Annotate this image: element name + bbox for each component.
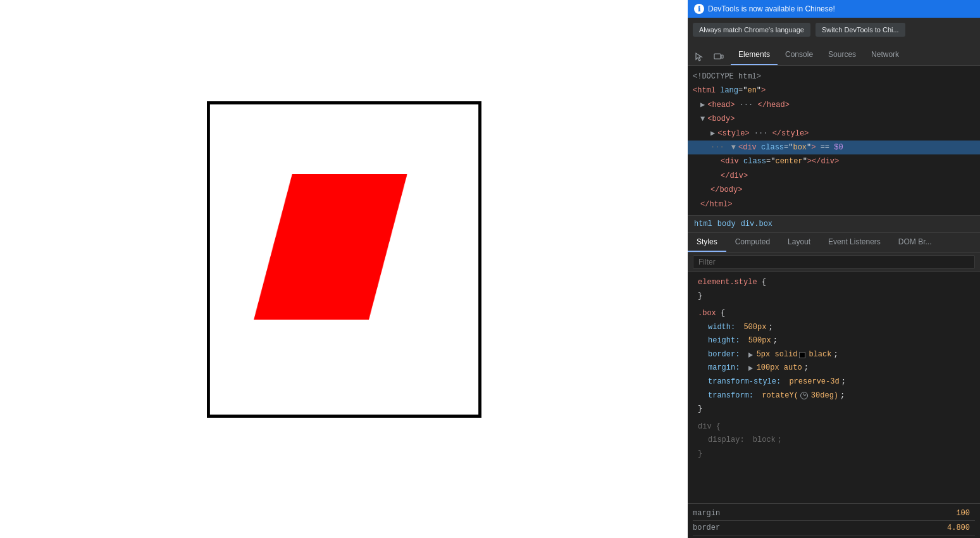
- dom-tree: <!DOCTYPE html> <html lang="en"> ▶<head>…: [688, 66, 980, 215]
- box-model-border-row: border 4.800: [693, 521, 975, 535]
- tab-sources[interactable]: Sources: [821, 45, 864, 65]
- tab-event-listeners[interactable]: Event Listeners: [819, 233, 890, 252]
- tab-network[interactable]: Network: [864, 45, 907, 65]
- box-model-section: margin 100 border 4.800: [688, 503, 980, 538]
- css-selector-box[interactable]: .box {: [693, 307, 975, 321]
- border-color-swatch[interactable]: [799, 352, 805, 358]
- main-page: [0, 0, 688, 538]
- tab-console[interactable]: Console: [778, 45, 821, 65]
- breadcrumb-html[interactable]: html: [694, 220, 712, 228]
- css-prop-width[interactable]: width: 500px;: [693, 321, 975, 335]
- css-prop-transform[interactable]: transform: rotateY( 30deg);: [693, 389, 975, 403]
- box-model-margin-row: margin 100: [693, 506, 975, 521]
- css-selector-element-style[interactable]: element.style {: [693, 276, 975, 290]
- css-close-box: }: [693, 403, 975, 416]
- dom-breadcrumb: html body div.box: [688, 215, 980, 233]
- svg-rect-1: [714, 54, 721, 59]
- css-rule-box: .box { width: 500px; height: 500px; bord…: [693, 307, 975, 416]
- css-close-element-style: }: [693, 290, 975, 304]
- tab-elements[interactable]: Elements: [731, 45, 778, 65]
- css-prop-transform-style[interactable]: transform-style: preserve-3d;: [693, 375, 975, 389]
- filter-input[interactable]: [693, 255, 975, 269]
- dom-div-center[interactable]: <div class="center"></div>: [688, 154, 980, 168]
- css-prop-margin[interactable]: margin: 100px auto;: [693, 361, 975, 375]
- dom-body[interactable]: ▼<body>: [688, 112, 980, 126]
- device-toolbar-icon[interactable]: [710, 49, 727, 65]
- css-rule-div: div { display: block; }: [693, 420, 975, 461]
- info-icon: ℹ: [694, 4, 704, 14]
- inspect-element-icon[interactable]: [692, 49, 708, 65]
- css-prop-border[interactable]: border: 5px solid black;: [693, 348, 975, 362]
- css-rules: element.style { } .box { width: 500px; h…: [688, 272, 980, 503]
- expand-margin-icon[interactable]: [748, 366, 753, 371]
- expand-border-icon[interactable]: [748, 353, 753, 358]
- tab-layout[interactable]: Layout: [779, 233, 819, 252]
- red-shape: [254, 174, 407, 320]
- devtools-main-tabs: Elements Console Sources Network: [688, 42, 980, 66]
- tab-computed[interactable]: Computed: [726, 233, 779, 252]
- devtools-tab-icons: [688, 49, 731, 65]
- dom-close-html[interactable]: </html>: [688, 197, 980, 211]
- box-element: [207, 101, 481, 418]
- lang-buttons-bar: Always match Chrome's language Switch De…: [688, 18, 980, 42]
- breadcrumb-divbox[interactable]: div.box: [741, 220, 772, 228]
- devtools-panel: ℹ DevTools is now available in Chinese! …: [688, 0, 980, 538]
- clock-icon[interactable]: [800, 392, 808, 399]
- match-language-button[interactable]: Always match Chrome's language: [693, 23, 810, 37]
- css-prop-height[interactable]: height: 500px;: [693, 334, 975, 348]
- css-prop-display[interactable]: display: block;: [693, 434, 975, 447]
- dom-doctype[interactable]: <!DOCTYPE html>: [688, 70, 980, 84]
- devtools-notification: ℹ DevTools is now available in Chinese!: [688, 0, 980, 18]
- box-model-border-value: 4.800: [947, 523, 975, 532]
- dom-div-box[interactable]: ··· ▼<div class="box"> == $0: [688, 141, 980, 154]
- tab-dom-breakpoints[interactable]: DOM Br...: [890, 233, 941, 252]
- styles-tabs: Styles Computed Layout Event Listeners D…: [688, 233, 980, 253]
- dom-html[interactable]: <html lang="en">: [688, 84, 980, 97]
- dom-close-div[interactable]: </div>: [688, 169, 980, 183]
- dom-close-body[interactable]: </body>: [688, 183, 980, 197]
- box-model-border-label: border: [693, 523, 743, 532]
- notification-text: DevTools is now available in Chinese!: [708, 4, 835, 13]
- css-rule-element-style: element.style { }: [693, 276, 975, 303]
- breadcrumb-body[interactable]: body: [717, 220, 736, 228]
- dom-head[interactable]: ▶<head> ··· </head>: [688, 98, 980, 112]
- switch-devtools-button[interactable]: Switch DevTools to Chi...: [816, 23, 905, 37]
- styles-filter: [688, 253, 980, 272]
- css-selector-div[interactable]: div {: [693, 420, 975, 434]
- svg-marker-0: [254, 174, 407, 320]
- box-model-margin-value: 100: [956, 509, 975, 518]
- css-close-div: }: [693, 447, 975, 461]
- tab-styles[interactable]: Styles: [688, 233, 726, 252]
- svg-rect-2: [721, 55, 723, 58]
- box-model-margin-label: margin: [693, 509, 743, 518]
- dom-style[interactable]: ▶<style> ··· </style>: [688, 127, 980, 141]
